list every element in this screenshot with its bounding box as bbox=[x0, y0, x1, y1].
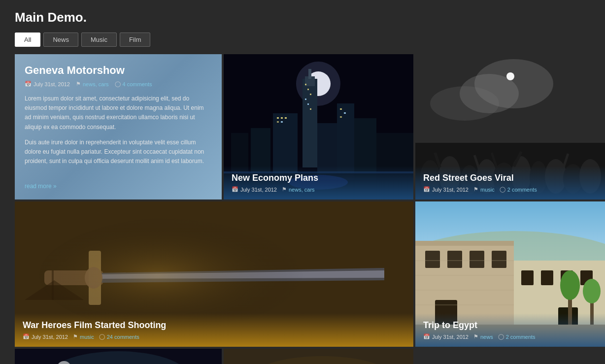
card-2-tag-link[interactable]: news, cars bbox=[289, 187, 315, 193]
comment-icon-4: ◯ bbox=[99, 333, 105, 340]
svg-rect-70 bbox=[470, 251, 484, 268]
card-1-body1: Lorem ipsum dolor sit amet, consectetur … bbox=[25, 94, 212, 132]
svg-rect-75 bbox=[541, 270, 553, 285]
filter-bar: All News Music Film bbox=[0, 33, 605, 54]
svg-point-35 bbox=[430, 86, 499, 121]
svg-rect-20 bbox=[281, 121, 283, 123]
svg-rect-24 bbox=[305, 99, 306, 100]
card-5-comments: ◯ 2 comments bbox=[498, 333, 536, 340]
svg-rect-16 bbox=[277, 117, 279, 119]
filter-all[interactable]: All bbox=[15, 33, 40, 47]
card-3-overlay: Red Street Goes Viral 📅 July 31st, 2012 … bbox=[415, 166, 605, 199]
site-title: Main Demo. bbox=[15, 10, 87, 25]
svg-rect-3 bbox=[302, 79, 317, 167]
svg-rect-67 bbox=[415, 241, 514, 246]
card-4-date: 📅 July 31st, 2012 bbox=[23, 333, 68, 340]
card-1-title: Geneva Motorshow bbox=[25, 64, 212, 77]
header: Main Demo. All News Music Film bbox=[0, 0, 605, 54]
card-1-tags: ⚑ news, cars bbox=[76, 81, 109, 87]
card-5-tags: ⚑ news bbox=[473, 333, 493, 340]
comment-icon: ◯ bbox=[115, 81, 121, 87]
calendar-icon: 📅 bbox=[25, 81, 32, 87]
card-2-overlay: New Economy Plans 📅 July 31st, 2012 ⚑ ne… bbox=[224, 166, 413, 199]
svg-rect-27 bbox=[340, 108, 342, 110]
svg-point-52 bbox=[506, 72, 514, 80]
svg-point-87 bbox=[583, 279, 601, 303]
tag-icon-2: ⚑ bbox=[282, 186, 287, 193]
card-3-tags: ⚑ music bbox=[473, 186, 495, 193]
card-5-date: 📅 July 31st, 2012 bbox=[423, 333, 469, 340]
svg-rect-18 bbox=[285, 117, 287, 119]
card-2-title: New Economy Plans bbox=[232, 173, 405, 183]
tag-icon-3: ⚑ bbox=[473, 186, 478, 193]
card-bottom-right bbox=[224, 349, 413, 364]
card-3-comment-link[interactable]: 2 comments bbox=[507, 187, 537, 193]
card-5-comment-link[interactable]: 2 comments bbox=[506, 334, 536, 340]
card-4-tags: ⚑ music bbox=[73, 333, 94, 340]
card-4-overlay: War Heroes Film Started Shooting 📅 July … bbox=[15, 313, 413, 347]
svg-rect-23 bbox=[310, 94, 311, 95]
svg-rect-69 bbox=[447, 251, 462, 268]
card-3-title: Red Street Goes Viral bbox=[423, 173, 597, 183]
svg-point-85 bbox=[560, 270, 580, 300]
read-more-link[interactable]: read more » bbox=[25, 183, 212, 190]
filter-news[interactable]: News bbox=[43, 33, 78, 47]
tag-icon-5: ⚑ bbox=[473, 333, 478, 340]
card-4-meta: 📅 July 31st, 2012 ⚑ music ◯ 24 comments bbox=[23, 333, 405, 340]
svg-rect-5 bbox=[308, 69, 311, 79]
svg-rect-17 bbox=[281, 117, 283, 119]
card-3-date: 📅 July 31st, 2012 bbox=[423, 186, 469, 193]
card-3-comments: ◯ 2 comments bbox=[500, 186, 537, 193]
card-4-title: War Heroes Film Started Shooting bbox=[23, 320, 405, 331]
svg-rect-29 bbox=[340, 116, 342, 118]
filter-film[interactable]: Film bbox=[120, 33, 151, 47]
card-2-tags: ⚑ news, cars bbox=[282, 186, 315, 193]
svg-rect-19 bbox=[277, 121, 279, 123]
card-1-body2: Duis aute irure dolor in reprehenderit i… bbox=[25, 138, 212, 166]
card-5-title: Trip to Egypt bbox=[423, 320, 597, 331]
card-2-meta: 📅 July 31st, 2012 ⚑ news, cars bbox=[232, 186, 405, 193]
card-1-meta: 📅 July 31st, 2012 ⚑ news, cars ◯ 4 comme… bbox=[25, 81, 212, 87]
card-red-street: Red Street Goes Viral 📅 July 31st, 2012 … bbox=[415, 54, 605, 199]
svg-rect-26 bbox=[310, 108, 311, 110]
comment-icon-5: ◯ bbox=[498, 333, 504, 340]
svg-rect-71 bbox=[492, 251, 506, 268]
calendar-icon-5: 📅 bbox=[423, 333, 430, 340]
card-geneva-motorshow: Geneva Motorshow 📅 July 31st, 2012 ⚑ new… bbox=[15, 54, 222, 199]
card-1-tag-link[interactable]: news, cars bbox=[83, 81, 109, 87]
card-4-comments: ◯ 24 comments bbox=[99, 333, 139, 340]
card-2-date: 📅 July 31st, 2012 bbox=[232, 186, 277, 193]
svg-rect-22 bbox=[307, 89, 309, 90]
calendar-icon-4: 📅 bbox=[23, 333, 30, 340]
svg-rect-25 bbox=[307, 103, 309, 105]
grid-container: Geneva Motorshow 📅 July 31st, 2012 ⚑ new… bbox=[0, 54, 605, 364]
card-5-meta: 📅 July 31st, 2012 ⚑ news ◯ 2 comments bbox=[423, 333, 597, 340]
card-3-tag-link[interactable]: music bbox=[480, 187, 495, 193]
card-bottom-left bbox=[15, 349, 222, 364]
bottom-right-svg bbox=[224, 349, 413, 364]
svg-rect-21 bbox=[305, 84, 306, 85]
svg-rect-74 bbox=[521, 270, 534, 285]
tag-icon: ⚑ bbox=[76, 81, 81, 87]
card-new-economy: New Economy Plans 📅 July 31st, 2012 ⚑ ne… bbox=[224, 54, 413, 199]
card-5-overlay: Trip to Egypt 📅 July 31st, 2012 ⚑ news ◯… bbox=[415, 313, 605, 347]
card-trip-egypt: Trip to Egypt 📅 July 31st, 2012 ⚑ news ◯… bbox=[415, 201, 605, 347]
svg-rect-28 bbox=[344, 112, 346, 114]
calendar-icon-3: 📅 bbox=[423, 186, 430, 193]
filter-music[interactable]: Music bbox=[81, 33, 117, 47]
tag-icon-4: ⚑ bbox=[73, 333, 78, 340]
svg-rect-68 bbox=[425, 251, 440, 268]
card-1-comments: ◯ 4 comments bbox=[115, 81, 152, 87]
card-3-meta: 📅 July 31st, 2012 ⚑ music ◯ 2 comments bbox=[423, 186, 597, 193]
bottom-left-svg bbox=[15, 349, 222, 364]
comment-icon-3: ◯ bbox=[500, 186, 505, 193]
card-1-comment-link[interactable]: 4 comments bbox=[123, 81, 152, 87]
card-war-heroes: War Heroes Film Started Shooting 📅 July … bbox=[15, 201, 413, 347]
card-4-tag-link[interactable]: music bbox=[80, 334, 94, 340]
card-1-date: 📅 July 31st, 2012 bbox=[25, 81, 70, 87]
card-4-comment-link[interactable]: 24 comments bbox=[107, 334, 139, 340]
calendar-icon-2: 📅 bbox=[232, 186, 238, 193]
card-5-tag-link[interactable]: news bbox=[480, 334, 493, 340]
